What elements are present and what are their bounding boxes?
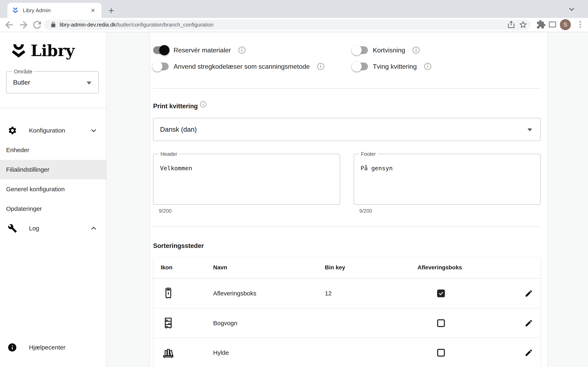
table-row-afleveringsboks: Afleveringsboks 12 bbox=[153, 278, 540, 308]
wrench-icon bbox=[8, 224, 17, 233]
footer-field: Footer På gensyn 9/200 bbox=[354, 154, 541, 214]
sidebar-item-generel-konfiguration[interactable]: Generel konfiguration bbox=[0, 179, 106, 199]
nav-label: Log bbox=[29, 225, 39, 232]
tving-kvittering-switch[interactable] bbox=[352, 63, 368, 70]
toggle-label: Kortvisning bbox=[373, 47, 405, 54]
sidebar-item-filialindstillinger[interactable]: Filialindstillinger bbox=[0, 160, 106, 179]
info-circle-icon[interactable] bbox=[238, 46, 246, 54]
info-circle-icon[interactable] bbox=[424, 62, 432, 71]
libry-logo-icon bbox=[10, 42, 27, 59]
info-circle-icon[interactable] bbox=[199, 100, 207, 108]
libry-logo: Libry bbox=[10, 40, 106, 61]
sidebar-item-konfiguration[interactable]: Konfiguration bbox=[0, 121, 106, 140]
area-select[interactable]: Område Butler bbox=[6, 71, 99, 93]
print-kvittering-header: Print kvittering bbox=[153, 103, 541, 111]
dropbox-icon bbox=[162, 287, 175, 300]
row-name: Afleveringsboks bbox=[213, 290, 325, 297]
row-name: Bogvogn bbox=[213, 320, 325, 327]
footer-char-counter: 9/200 bbox=[359, 208, 541, 214]
nav-label: Konfiguration bbox=[29, 127, 65, 134]
url-host: libry-admin-dev.redia.dk bbox=[60, 22, 116, 28]
sidebar-item-enheder[interactable]: Enheder bbox=[0, 140, 106, 160]
sorteringssteder-header: Sorteringssteder bbox=[153, 242, 541, 250]
page-background: Reservér materialer Kortvisning bbox=[107, 32, 588, 367]
info-circle-icon[interactable] bbox=[412, 46, 420, 54]
col-ikon: Ikon bbox=[161, 264, 213, 271]
browser-toolbar: libry-admin-dev.redia.dk/butler/configur… bbox=[0, 18, 588, 32]
header-textarea[interactable]: Velkommen bbox=[154, 154, 340, 204]
table-header-row: Ikon Navn Bin key Afleveringsboks bbox=[153, 257, 540, 278]
receipt-text-fields: Header Velkommen 9/200 Footer På gensyn … bbox=[153, 154, 541, 214]
nav-label: Opdateringer bbox=[6, 205, 42, 212]
sidebar-item-log[interactable]: Log bbox=[0, 218, 106, 238]
extensions-puzzle-icon[interactable] bbox=[536, 20, 546, 29]
col-afleveringsboks: Afleveringsboks bbox=[417, 264, 465, 271]
toggle-section: Reservér materialer Kortvisning bbox=[153, 42, 541, 75]
logo-text: Libry bbox=[31, 42, 75, 60]
afleveringsboks-checkbox-checked[interactable] bbox=[437, 290, 445, 297]
sidebar-nav: Konfiguration Enheder Filialindstillinge… bbox=[0, 121, 106, 238]
tab-search-chevron-icon[interactable] bbox=[568, 6, 576, 13]
footer-textarea[interactable]: På gensyn bbox=[354, 154, 540, 204]
table-row-hylde: Hylde bbox=[153, 338, 540, 367]
info-icon bbox=[7, 342, 17, 352]
dropdown-arrow-icon bbox=[527, 128, 532, 131]
afleveringsboks-checkbox-unchecked[interactable] bbox=[437, 349, 445, 357]
back-button[interactable] bbox=[4, 19, 15, 31]
toggle-kortvisning: Kortvisning bbox=[352, 46, 541, 54]
help-label: Hjælpecenter bbox=[29, 344, 65, 351]
section-divider bbox=[153, 88, 541, 89]
nav-label: Filialindstillinger bbox=[6, 166, 49, 173]
nav-label: Enheder bbox=[6, 147, 29, 154]
reload-button[interactable] bbox=[31, 19, 43, 31]
edit-pencil-icon[interactable] bbox=[525, 289, 533, 298]
tab-close-icon[interactable] bbox=[90, 7, 96, 14]
browser-tabstrip: Libry Admin bbox=[0, 0, 588, 18]
edit-pencil-icon[interactable] bbox=[525, 349, 533, 357]
tab-title: Libry Admin bbox=[23, 7, 90, 14]
profile-avatar[interactable]: S bbox=[560, 19, 571, 30]
forward-button[interactable] bbox=[17, 19, 29, 31]
chevron-down-icon bbox=[90, 127, 98, 134]
dropdown-arrow-icon bbox=[86, 82, 91, 85]
sidebar-item-help-center[interactable]: Hjælpecenter bbox=[0, 338, 106, 357]
stregkodelaeser-switch[interactable] bbox=[153, 63, 169, 70]
footer-field-label: Footer bbox=[359, 151, 378, 157]
receipt-language-select[interactable]: Dansk (dan) bbox=[153, 118, 541, 141]
new-tab-button[interactable] bbox=[107, 7, 115, 15]
url-path: /butler/configuration/branch_configurati… bbox=[116, 22, 214, 28]
url-bar[interactable]: libry-admin-dev.redia.dk/butler/configur… bbox=[44, 20, 530, 30]
header-char-counter: 9/200 bbox=[159, 208, 340, 214]
side-panel-icon[interactable] bbox=[548, 20, 557, 29]
bookmark-star-icon[interactable] bbox=[519, 20, 527, 29]
area-select-value: Butler bbox=[13, 72, 30, 93]
nav-label: Generel konfiguration bbox=[6, 186, 65, 193]
afleveringsboks-checkbox-unchecked[interactable] bbox=[437, 319, 445, 327]
bookcart-icon bbox=[162, 317, 175, 330]
col-bin-key: Bin key bbox=[325, 264, 417, 271]
sorting-locations-table: Ikon Navn Bin key Afleveringsboks bbox=[153, 257, 541, 367]
header-field-label: Header bbox=[158, 151, 179, 157]
branch-configuration-panel: Reservér materialer Kortvisning bbox=[150, 32, 547, 367]
edit-pencil-icon[interactable] bbox=[525, 319, 533, 327]
gear-icon bbox=[8, 126, 17, 135]
browser-menu-icon[interactable] bbox=[576, 20, 585, 29]
browser-tab[interactable]: Libry Admin bbox=[7, 3, 102, 18]
reserver-materialer-switch[interactable] bbox=[153, 46, 169, 54]
kortvisning-switch[interactable] bbox=[352, 46, 368, 54]
row-name: Hylde bbox=[213, 349, 325, 356]
section-divider bbox=[153, 226, 541, 227]
section-title: Sorteringssteder bbox=[153, 242, 204, 250]
language-select-value: Dansk (dan) bbox=[160, 118, 197, 141]
table-row-bogvogn: Bogvogn bbox=[153, 308, 540, 338]
sidebar-item-opdateringer[interactable]: Opdateringer bbox=[0, 199, 106, 218]
lock-icon[interactable] bbox=[50, 21, 56, 28]
toggle-tving-kvittering: Tving kvittering bbox=[352, 62, 541, 71]
shelf-icon bbox=[162, 346, 175, 359]
info-circle-icon[interactable] bbox=[317, 62, 325, 71]
toggle-label: Reservér materialer bbox=[173, 47, 231, 54]
libry-favicon-icon bbox=[12, 7, 19, 14]
section-title: Print kvittering bbox=[153, 103, 198, 110]
toggle-label: Tving kvittering bbox=[373, 63, 417, 70]
share-icon[interactable] bbox=[507, 20, 516, 29]
